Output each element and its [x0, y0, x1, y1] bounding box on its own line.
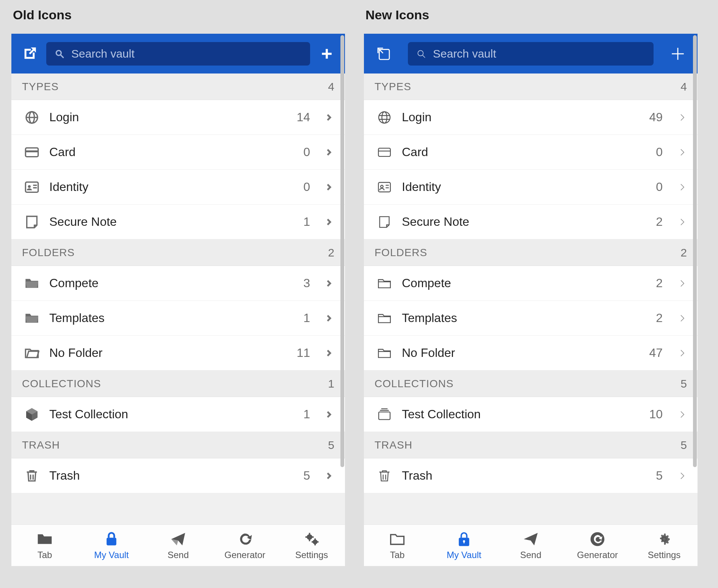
row-secure-note[interactable]: Secure Note 2	[364, 205, 698, 239]
section-count: 5	[680, 377, 687, 390]
search-box[interactable]	[46, 42, 310, 66]
tab-label: Tab	[38, 550, 52, 560]
lock-icon	[103, 531, 120, 547]
section-label: TRASH	[22, 439, 60, 451]
row-collection-test[interactable]: Test Collection 1	[11, 397, 345, 432]
row-label: Secure Note	[402, 215, 638, 229]
row-identity[interactable]: Identity 0	[11, 170, 345, 205]
scrollbar-thumb[interactable]	[693, 35, 697, 467]
trash-icon	[24, 468, 40, 484]
tab-send[interactable]: Send	[502, 531, 559, 560]
row-trash[interactable]: Trash 5	[11, 458, 345, 493]
section-label: TYPES	[22, 81, 59, 93]
collection-icon	[24, 406, 40, 423]
row-label: Secure Note	[49, 215, 285, 229]
search-input[interactable]	[433, 47, 645, 60]
note-icon	[376, 214, 393, 230]
section-label: FOLDERS	[375, 247, 427, 259]
tab-vault[interactable]: My Vault	[436, 531, 492, 560]
row-count: 14	[294, 110, 313, 124]
section-folders-header: FOLDERS 2	[11, 239, 345, 266]
row-count: 0	[294, 180, 313, 194]
chevron-right-icon	[675, 311, 690, 326]
row-count: 1	[294, 215, 313, 229]
section-label: COLLECTIONS	[375, 378, 454, 390]
row-label: Trash	[49, 469, 285, 483]
chevron-right-icon	[675, 145, 690, 160]
tab-generator[interactable]: Generator	[216, 531, 273, 560]
row-count: 49	[647, 110, 666, 124]
popout-button[interactable]	[375, 45, 393, 63]
row-label: Identity	[49, 180, 285, 194]
row-card[interactable]: Card 0	[11, 135, 345, 170]
section-collections-header: COLLECTIONS 1	[11, 371, 345, 397]
row-count: 0	[294, 145, 313, 159]
tab-send[interactable]: Send	[150, 531, 207, 560]
gears-icon	[303, 531, 320, 547]
row-folder-none[interactable]: No Folder 11	[11, 336, 345, 371]
plus-icon	[320, 47, 333, 60]
tab-tab[interactable]: Tab	[369, 531, 426, 560]
chevron-right-icon	[322, 110, 337, 125]
row-count: 3	[294, 276, 313, 290]
row-label: Login	[402, 110, 638, 124]
search-box[interactable]	[408, 42, 654, 66]
scrollbar[interactable]	[340, 34, 345, 524]
row-count: 11	[294, 346, 313, 360]
tab-settings[interactable]: Settings	[283, 531, 340, 560]
row-label: Card	[402, 145, 638, 159]
row-trash[interactable]: Trash 5	[364, 458, 698, 493]
section-count: 5	[680, 439, 687, 452]
chevron-right-icon	[322, 311, 337, 326]
tab-label: Generator	[224, 550, 265, 560]
tab-generator[interactable]: Generator	[569, 531, 626, 560]
row-login[interactable]: Login 49	[364, 100, 698, 135]
row-label: Card	[49, 145, 285, 159]
chevron-right-icon	[675, 214, 690, 230]
row-label: Trash	[402, 469, 638, 483]
tab-tab[interactable]: Tab	[16, 531, 73, 560]
chevron-right-icon	[322, 346, 337, 361]
chevron-right-icon	[675, 110, 690, 125]
tab-label: Send	[520, 550, 541, 560]
header-bar	[11, 34, 345, 74]
section-count: 5	[328, 439, 334, 452]
row-folder-none[interactable]: No Folder 47	[364, 336, 698, 371]
row-folder-compete[interactable]: Compete 2	[364, 266, 698, 301]
row-collection-test[interactable]: Test Collection 10	[364, 397, 698, 432]
add-button[interactable]	[669, 45, 687, 63]
tab-settings[interactable]: Settings	[636, 531, 693, 560]
scrollbar-thumb[interactable]	[340, 35, 344, 467]
header-bar	[364, 34, 698, 74]
folder-icon	[376, 275, 393, 292]
gear-icon	[656, 531, 673, 547]
row-secure-note[interactable]: Secure Note 1	[11, 205, 345, 239]
card-icon	[376, 144, 393, 161]
plus-icon	[670, 46, 686, 62]
folder-icon	[389, 531, 406, 547]
panel-title-old: Old Icons	[13, 8, 345, 22]
section-trash-header: TRASH 5	[364, 432, 698, 458]
panel-new: New Icons TYPES	[364, 8, 698, 566]
row-card[interactable]: Card 0	[364, 135, 698, 170]
refresh-icon	[237, 531, 253, 547]
row-login[interactable]: Login 14	[11, 100, 345, 135]
tab-label: Tab	[390, 550, 405, 560]
row-folder-templates[interactable]: Templates 1	[11, 301, 345, 336]
row-folder-templates[interactable]: Templates 2	[364, 301, 698, 336]
popout-icon	[22, 46, 37, 61]
search-input[interactable]	[71, 47, 302, 60]
popout-button[interactable]	[20, 45, 39, 63]
chevron-right-icon	[322, 180, 337, 195]
add-button[interactable]	[318, 45, 336, 63]
row-identity[interactable]: Identity 0	[364, 170, 698, 205]
row-label: No Folder	[49, 346, 285, 360]
row-label: Test Collection	[402, 407, 638, 421]
chevron-right-icon	[675, 276, 690, 291]
send-icon	[170, 531, 187, 547]
identity-icon	[24, 179, 40, 195]
row-folder-compete[interactable]: Compete 3	[11, 266, 345, 301]
row-count: 10	[647, 407, 666, 421]
tab-vault[interactable]: My Vault	[83, 531, 140, 560]
scrollbar[interactable]	[693, 34, 698, 524]
